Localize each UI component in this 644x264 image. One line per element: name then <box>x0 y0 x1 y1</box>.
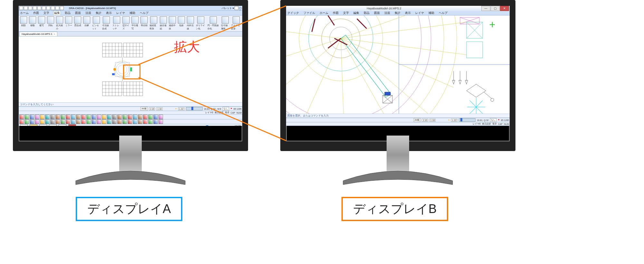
ribbon-包絡[interactable]: 包絡 <box>177 16 186 27</box>
ribbon-連続延長加[interactable]: 連続延長加 <box>149 16 158 31</box>
tool-icon-r1-23[interactable] <box>138 119 142 124</box>
ribbon-拡大縮小[interactable]: 拡大縮小 <box>55 16 64 31</box>
tool-icon-r0-2[interactable] <box>30 115 34 119</box>
tool-icon-r1-8[interactable] <box>61 119 65 124</box>
menu-b-図面[interactable]: 図面 <box>373 11 380 15</box>
menu-assist[interactable]: 補助 <box>129 11 136 15</box>
menu-text[interactable]: 文字 <box>43 11 50 15</box>
menu-b-レイヤ[interactable]: レイヤ <box>415 11 425 15</box>
tool-icon-r1-25[interactable] <box>148 119 153 124</box>
tool-icon-r1-15[interactable] <box>97 119 101 124</box>
maximize-button[interactable]: ▢ <box>239 7 242 10</box>
menu-draw[interactable]: 作図 <box>33 11 40 15</box>
tool-icon-r0-9[interactable] <box>66 115 70 119</box>
status-scale2[interactable]: 1:18 <box>156 107 163 110</box>
tool-icon-r0-4[interactable] <box>40 115 44 119</box>
menu-regulation[interactable]: 法規 <box>85 11 92 15</box>
tool-icon-r1-22[interactable] <box>133 119 137 124</box>
zoom-slider-b[interactable] <box>459 118 476 122</box>
taskbar-mail-icon[interactable]: ✉ <box>49 124 57 126</box>
tool-icon-r1-4[interactable] <box>40 119 44 124</box>
qat-cut-icon[interactable] <box>51 6 55 10</box>
star-icon-b[interactable]: ★ <box>448 119 450 121</box>
ribbon-内外法線[interactable]: 内外法線 <box>186 16 195 31</box>
status-snap-b[interactable]: 電卓 <box>492 122 497 126</box>
status-scale1[interactable]: 1:10 <box>149 107 155 110</box>
tool-icon-r0-21[interactable] <box>128 115 132 119</box>
tool-icon-r0-20[interactable] <box>122 115 127 119</box>
taskbar-word-icon[interactable]: W <box>59 124 66 126</box>
tool-icon-r0-10[interactable] <box>71 115 75 119</box>
ribbon-分解[interactable]: 分解 <box>82 16 91 27</box>
status-layer-b[interactable]: レイヤ0 <box>473 122 481 126</box>
tool-icon-r1-6[interactable] <box>50 119 55 124</box>
tool-icon-r1-7[interactable] <box>55 119 60 124</box>
tool-icon-r0-6[interactable] <box>50 115 55 119</box>
status-paper[interactable]: A4横 <box>140 107 148 111</box>
menu-b-クイック[interactable]: クイック <box>287 11 300 15</box>
tool-icon-r1-16[interactable] <box>102 119 106 124</box>
tool-icon-r1-14[interactable] <box>91 119 96 124</box>
ribbon-線分連結[interactable]: 線分連結 <box>159 16 168 31</box>
palette-dropdown[interactable]: パレット ▾ <box>222 6 234 10</box>
maximize-button-b[interactable]: ▢ <box>491 6 500 11</box>
ribbon-旧寸線属性[interactable]: 旧寸線属性 <box>220 16 230 31</box>
menu-b-表示[interactable]: 表示 <box>404 11 411 15</box>
tool-icon-r0-5[interactable] <box>45 115 50 119</box>
tool-icon-r0-22[interactable] <box>133 115 137 119</box>
status-disp-b[interactable]: 表示設定 <box>482 122 491 126</box>
tool-icon-r0-18[interactable] <box>112 115 117 119</box>
ribbon-寸法線合成[interactable]: 寸法線合成 <box>101 16 111 31</box>
status-disp[interactable]: 表示設定 <box>215 111 224 114</box>
tool-icon-r1-19[interactable] <box>117 119 122 124</box>
tool-icon-r1-5[interactable] <box>45 119 50 124</box>
ribbon-ミラー[interactable]: ミラー <box>64 16 73 27</box>
tool-icon-r1-10[interactable] <box>71 119 75 124</box>
tool-icon-r1-13[interactable] <box>86 119 91 124</box>
tool-icon-r1-2[interactable] <box>30 119 34 124</box>
ribbon-複写[interactable]: 複写 <box>37 16 46 27</box>
tool-icon-r0-3[interactable] <box>35 115 39 119</box>
ribbon-ポリライン化[interactable]: ポリライン化 <box>195 16 207 31</box>
tool-icon-r0-0[interactable] <box>19 115 24 119</box>
ribbon-削除[interactable]: 削除 <box>19 16 28 27</box>
tool-icon-r1-1[interactable] <box>24 119 29 124</box>
zoom-slider[interactable] <box>186 107 203 110</box>
menu-home[interactable]: ホーム <box>19 11 29 15</box>
tool-icon-r0-17[interactable] <box>107 115 111 119</box>
flag-icon-b[interactable]: ⚑ <box>498 119 500 121</box>
start-button[interactable]: ⊞ <box>20 124 28 126</box>
ribbon-図合成[interactable]: 図合成 <box>73 16 82 27</box>
menu-bar[interactable]: ホーム 作図 文字 編集 部品 図面 法規 集計 表示 レイヤ 補助 ヘルプ <box>19 11 242 15</box>
tool-icon-r1-11[interactable] <box>76 119 81 124</box>
tool-icon-r0-7[interactable] <box>55 115 60 119</box>
status-l[interactable]: L:22 <box>178 107 185 110</box>
taskbar-ie-icon[interactable]: e <box>39 124 47 126</box>
tool-icon-r1-21[interactable] <box>128 119 132 124</box>
tool-icon-r0-19[interactable] <box>117 115 122 119</box>
taskbar-explorer-icon[interactable]: 📁 <box>30 124 37 126</box>
ribbon-移動[interactable]: 移動 <box>28 16 37 27</box>
menu-help[interactable]: ヘルプ <box>139 11 149 15</box>
document-tab[interactable]: HayabusaModel-16.MPS:1 × <box>19 32 57 36</box>
tool-row-2[interactable] <box>19 119 242 124</box>
menu-edit[interactable]: 編集 <box>53 11 61 15</box>
menu-tally[interactable]: 集計 <box>95 11 102 15</box>
status-scale1-b[interactable]: 1:10 <box>422 119 428 122</box>
taskbar-b[interactable]: ⊞ 📁 e ✉ W ◆ <box>286 126 510 126</box>
tool-icon-r1-9[interactable] <box>66 119 70 124</box>
status-l-b[interactable]: L:22 <box>451 119 457 122</box>
menu-b-作図[interactable]: 作図 <box>332 11 339 15</box>
ribbon-アイテム変形[interactable]: アイテム変形 <box>230 16 242 31</box>
taskbar-dracad-icon[interactable]: ◆ <box>68 124 76 126</box>
menu-b-補助[interactable]: 補助 <box>428 11 435 15</box>
ribbon-円・円弧線分化[interactable]: 円・円弧線分化 <box>207 16 220 31</box>
command-input[interactable]: コマンドを入力してください <box>19 102 242 107</box>
menu-b-法規[interactable]: 法規 <box>384 11 391 15</box>
tool-icon-r0-15[interactable] <box>97 115 101 119</box>
menu-b-ファイル[interactable]: ファイル <box>303 11 316 15</box>
menu-drawing[interactable]: 図面 <box>74 11 82 15</box>
zoom-thumb[interactable] <box>191 107 193 110</box>
menu-b-ホーム[interactable]: ホーム <box>319 11 329 15</box>
tool-icon-r1-20[interactable] <box>122 119 127 124</box>
